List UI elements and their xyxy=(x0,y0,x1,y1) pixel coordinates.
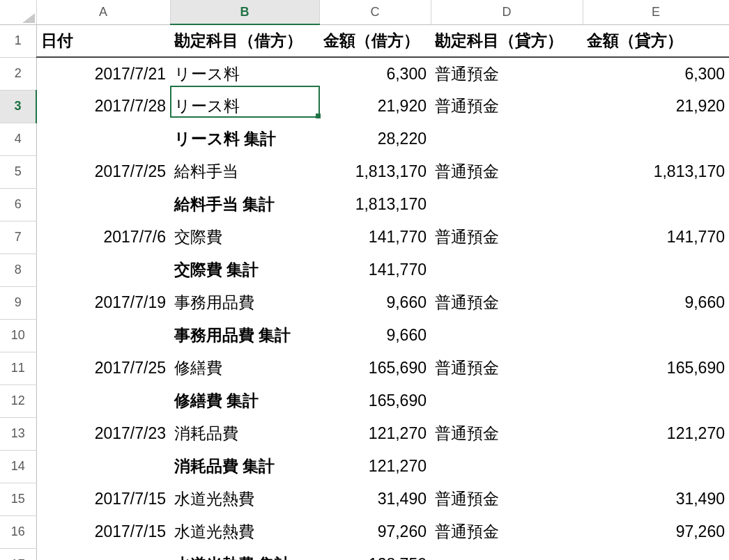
cell-E15[interactable]: 31,490 xyxy=(583,483,729,515)
cell-B5[interactable]: 給料手当 xyxy=(170,155,319,188)
cell-A17[interactable] xyxy=(36,548,170,560)
cell-E5[interactable]: 1,813,170 xyxy=(583,155,729,188)
row-header-2[interactable]: 2 xyxy=(0,57,36,90)
cell-D8[interactable] xyxy=(431,254,583,286)
cell-E8[interactable] xyxy=(583,254,729,286)
cell-A10[interactable] xyxy=(36,319,170,352)
row-header-9[interactable]: 9 xyxy=(0,286,36,319)
cell-D9[interactable]: 普通預金 xyxy=(431,286,583,319)
cell-E16[interactable]: 97,260 xyxy=(583,515,729,548)
cell-B3[interactable]: リース料 xyxy=(170,90,319,123)
cell-D16[interactable]: 普通預金 xyxy=(431,515,583,548)
cell-A6[interactable] xyxy=(36,188,170,221)
cell-C11[interactable]: 165,690 xyxy=(319,352,431,384)
cell-B15[interactable]: 水道光熱費 xyxy=(170,483,319,515)
col-header-A[interactable]: A xyxy=(36,0,170,24)
row-header-12[interactable]: 12 xyxy=(0,384,36,417)
cell-D5[interactable]: 普通預金 xyxy=(431,155,583,188)
cell-D2[interactable]: 普通預金 xyxy=(431,57,583,90)
row-header-8[interactable]: 8 xyxy=(0,254,36,286)
cell-A15[interactable]: 2017/7/15 xyxy=(36,483,170,515)
col-header-C[interactable]: C xyxy=(319,0,431,24)
row-header-5[interactable]: 5 xyxy=(0,155,36,188)
row-header-1[interactable]: 1 xyxy=(0,24,36,57)
cell-B13[interactable]: 消耗品費 xyxy=(170,417,319,450)
cell-C16[interactable]: 97,260 xyxy=(319,515,431,548)
cell-A8[interactable] xyxy=(36,254,170,286)
cell-E4[interactable] xyxy=(583,123,729,155)
cell-C13[interactable]: 121,270 xyxy=(319,417,431,450)
cell-A5[interactable]: 2017/7/25 xyxy=(36,155,170,188)
cell-A7[interactable]: 2017/7/6 xyxy=(36,221,170,254)
cell-D3[interactable]: 普通預金 xyxy=(431,90,583,123)
cell-E6[interactable] xyxy=(583,188,729,221)
row-header-16[interactable]: 16 xyxy=(0,515,36,548)
row-header-4[interactable]: 4 xyxy=(0,123,36,155)
cell-E14[interactable] xyxy=(583,450,729,483)
cell-D10[interactable] xyxy=(431,319,583,352)
cell-A9[interactable]: 2017/7/19 xyxy=(36,286,170,319)
cell-C14[interactable]: 121,270 xyxy=(319,450,431,483)
row-header-6[interactable]: 6 xyxy=(0,188,36,221)
cell-D1[interactable]: 勘定科目（貸方） xyxy=(431,24,583,57)
cell-E3[interactable]: 21,920 xyxy=(583,90,729,123)
cell-A16[interactable]: 2017/7/15 xyxy=(36,515,170,548)
cell-D4[interactable] xyxy=(431,123,583,155)
cell-C12[interactable]: 165,690 xyxy=(319,384,431,417)
cell-B14[interactable]: 消耗品費 集計 xyxy=(170,450,319,483)
cell-A1[interactable]: 日付 xyxy=(36,24,170,57)
cell-B8[interactable]: 交際費 集計 xyxy=(170,254,319,286)
cell-B1[interactable]: 勘定科目（借方） xyxy=(170,24,319,57)
row-header-3[interactable]: 3 xyxy=(0,90,36,123)
row-header-14[interactable]: 14 xyxy=(0,450,36,483)
cell-B12[interactable]: 修繕費 集計 xyxy=(170,384,319,417)
select-all-corner[interactable] xyxy=(0,0,36,24)
row-header-17[interactable]: 17 xyxy=(0,548,36,560)
col-header-D[interactable]: D xyxy=(431,0,583,24)
cell-B16[interactable]: 水道光熱費 xyxy=(170,515,319,548)
cell-D13[interactable]: 普通預金 xyxy=(431,417,583,450)
grid-table[interactable]: A B C D E 1 日付 勘定科目（借方） 金額（借方） 勘定科目（貸方） … xyxy=(0,0,729,560)
cell-B6[interactable]: 給料手当 集計 xyxy=(170,188,319,221)
cell-C6[interactable]: 1,813,170 xyxy=(319,188,431,221)
cell-B4[interactable]: リース料 集計 xyxy=(170,123,319,155)
spreadsheet[interactable]: A B C D E 1 日付 勘定科目（借方） 金額（借方） 勘定科目（貸方） … xyxy=(0,0,729,560)
cell-E2[interactable]: 6,300 xyxy=(583,57,729,90)
cell-C8[interactable]: 141,770 xyxy=(319,254,431,286)
cell-A11[interactable]: 2017/7/25 xyxy=(36,352,170,384)
cell-E1[interactable]: 金額（貸方） xyxy=(583,24,729,57)
cell-C9[interactable]: 9,660 xyxy=(319,286,431,319)
cell-C3[interactable]: 21,920 xyxy=(319,90,431,123)
cell-C2[interactable]: 6,300 xyxy=(319,57,431,90)
cell-D11[interactable]: 普通預金 xyxy=(431,352,583,384)
cell-B11[interactable]: 修繕費 xyxy=(170,352,319,384)
cell-E12[interactable] xyxy=(583,384,729,417)
cell-B17[interactable]: 水道光熱費 集計 xyxy=(170,548,319,560)
cell-C15[interactable]: 31,490 xyxy=(319,483,431,515)
cell-B7[interactable]: 交際費 xyxy=(170,221,319,254)
cell-D14[interactable] xyxy=(431,450,583,483)
cell-D15[interactable]: 普通預金 xyxy=(431,483,583,515)
cell-B2[interactable]: リース料 xyxy=(170,57,319,90)
cell-B10[interactable]: 事務用品費 集計 xyxy=(170,319,319,352)
cell-C5[interactable]: 1,813,170 xyxy=(319,155,431,188)
cell-A2[interactable]: 2017/7/21 xyxy=(36,57,170,90)
cell-E7[interactable]: 141,770 xyxy=(583,221,729,254)
row-header-13[interactable]: 13 xyxy=(0,417,36,450)
cell-A14[interactable] xyxy=(36,450,170,483)
cell-C1[interactable]: 金額（借方） xyxy=(319,24,431,57)
cell-C17[interactable]: 128,750 xyxy=(319,548,431,560)
cell-D17[interactable] xyxy=(431,548,583,560)
row-header-7[interactable]: 7 xyxy=(0,221,36,254)
col-header-E[interactable]: E xyxy=(583,0,729,24)
cell-D6[interactable] xyxy=(431,188,583,221)
cell-A3[interactable]: 2017/7/28 xyxy=(36,90,170,123)
cell-A12[interactable] xyxy=(36,384,170,417)
cell-E13[interactable]: 121,270 xyxy=(583,417,729,450)
row-header-10[interactable]: 10 xyxy=(0,319,36,352)
row-header-11[interactable]: 11 xyxy=(0,352,36,384)
cell-C7[interactable]: 141,770 xyxy=(319,221,431,254)
cell-A4[interactable] xyxy=(36,123,170,155)
cell-C10[interactable]: 9,660 xyxy=(319,319,431,352)
col-header-B[interactable]: B xyxy=(170,0,319,24)
